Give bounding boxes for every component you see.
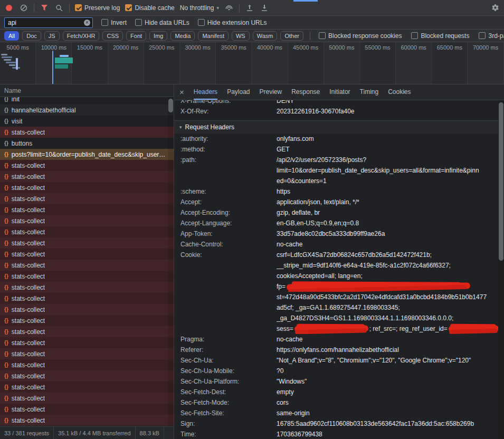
hide-data-urls-checkbox[interactable]: Hide data URLs [135,19,189,26]
request-row-stats-collect[interactable]: {}stats-collect [0,182,174,193]
request-row-hannahelizabethofficial[interactable]: {}hannahelizabethofficial [0,104,174,116]
filter-type-img[interactable]: Img [149,31,167,41]
filter-type-all[interactable]: All [4,31,19,41]
request-name: stats-collect [12,350,45,358]
request-row-stats-collect[interactable]: {}stats-collect [0,337,174,348]
request-row-stats-collect[interactable]: {}stats-collect [0,359,174,370]
request-list-scrollbar[interactable] [168,97,174,426]
search-button[interactable] [54,3,64,13]
request-row-stats-collect[interactable]: {}stats-collect [0,249,174,260]
timeline-overview[interactable]: 5000 ms10000 ms15000 ms20000 ms25000 ms3… [0,42,504,84]
request-row-stats-collect[interactable]: {}stats-collect [0,326,174,337]
request-row-stats-collect[interactable]: {}stats-collect [0,348,174,359]
header-value-text: same-origin [277,409,310,417]
request-row-visit[interactable]: {}visit [0,116,174,127]
name-column-header[interactable]: Name [0,84,174,97]
filter-input[interactable] [4,17,93,28]
request-type-filters: AllDocJSFetch/XHRCSSFontImgMediaManifest… [0,30,504,42]
request-name: stats-collect [12,162,45,169]
clear-filter-icon[interactable]: × [84,20,90,26]
request-row-init[interactable]: {}init [0,97,174,104]
request-row-stats-collect[interactable]: {}stats-collect [0,127,174,138]
details-scrollbar[interactable] [498,100,504,439]
request-row-stats-collect[interactable]: {}stats-collect [0,315,174,326]
clear-button[interactable] [19,3,28,13]
export-har-button[interactable] [260,3,269,13]
hide-extension-urls-checkbox[interactable]: Hide extension URLs [198,19,267,26]
checkbox-box [125,4,132,11]
filter-type-font[interactable]: Font [126,31,146,41]
header-value: en-GB,en-US;q=0.9,en;q=0.8 [277,218,498,228]
request-row-stats-collect[interactable]: {}stats-collect [0,282,174,293]
disable-cache-checkbox[interactable]: Disable cache [125,4,174,12]
throttling-select[interactable]: No throttling ▾ [180,4,219,12]
close-details-icon[interactable]: × [179,88,184,96]
tab-response[interactable]: Response [291,84,320,100]
request-row-buttons[interactable]: {}buttons [0,138,174,149]
script-icon: {} [4,273,8,279]
request-row-stats-collect[interactable]: {}stats-collect [0,260,174,271]
header-row-time: Time:1703636799438 [174,429,498,439]
filter-toggle-button[interactable] [40,3,49,13]
tab-timing[interactable]: Timing [360,84,379,100]
filter-type-other[interactable]: Other [280,31,303,41]
header-row-scheme: :scheme:https [174,186,498,197]
request-row-stats-collect[interactable]: {}stats-collect [0,304,174,315]
request-row-stats-collect[interactable]: {}stats-collect [0,193,174,204]
request-row-stats-collect[interactable]: {}stats-collect [0,215,174,226]
invert-checkbox[interactable]: Invert [101,19,127,26]
script-icon: {} [4,151,8,157]
transferred-size: 35.1 kB / 4.4 MB transferred [54,427,136,439]
filter-type-manifest[interactable]: Manifest [198,31,229,41]
settings-button[interactable] [490,3,500,13]
network-conditions-button[interactable] [224,3,234,13]
import-har-button[interactable] [245,3,254,13]
checkbox-blocked-response-cookies[interactable]: Blocked response cookies [319,32,402,40]
redaction-scribble [449,326,498,332]
request-row-stats-collect[interactable]: {}stats-collect [0,370,174,381]
request-row-stats-collect[interactable]: {}stats-collect [0,171,174,182]
filter-type-ws[interactable]: WS [232,31,250,41]
script-icon: {} [4,384,8,390]
request-row-posts-limit-10-order-publish-date-desc-s[interactable]: {}posts?limit=10&order=publish_date_desc… [0,149,174,160]
preserve-log-checkbox[interactable]: Preserve log [75,4,120,12]
filter-type-doc[interactable]: Doc [22,31,41,41]
request-name: init [12,97,20,103]
request-row-stats-collect[interactable]: {}stats-collect [0,160,174,171]
tab-preview[interactable]: Preview [260,84,282,100]
request-row-stats-collect[interactable]: {}stats-collect [0,271,174,282]
request-row-stats-collect[interactable]: {}stats-collect [0,393,174,404]
filter-type-media[interactable]: Media [170,31,195,41]
checkbox-3rd-party-requests[interactable]: 3rd-party requests [479,32,504,40]
filter-type-css[interactable]: CSS [102,31,123,41]
request-headers-section-header[interactable]: ▾ Request Headers [174,120,498,133]
filter-type-wasm[interactable]: Wasm [253,31,278,41]
tab-cookies[interactable]: Cookies [388,84,411,100]
filter-type-js[interactable]: JS [44,31,60,41]
scrollbar-thumb[interactable] [168,99,173,112]
header-row-cookie: Cookie:csrf=LdfcGX4Sa72db06824c657db26a5… [174,250,498,334]
header-row-app-token: App-Token:33d57ade8c02dbc5a333db99ff9ae2… [174,228,498,239]
request-row-stats-collect[interactable]: {}stats-collect [0,415,174,426]
checkbox-box [135,19,142,26]
header-value-text: en-GB,en-US;q=0.9,en;q=0.8 [277,219,359,227]
checkbox-blocked-requests[interactable]: Blocked requests [411,32,469,40]
tab-headers[interactable]: Headers [194,84,217,100]
filter-type-fetch-xhr[interactable]: Fetch/XHR [63,31,100,41]
toolbar-divider [34,4,34,12]
scrollbar-thumb[interactable] [499,102,503,261]
request-row-stats-collect[interactable]: {}stats-collect [0,293,174,304]
tab-initiator[interactable]: Initiator [329,84,350,100]
request-row-stats-collect[interactable]: {}stats-collect [0,237,174,249]
request-row-stats-collect[interactable]: {}stats-collect [0,404,174,415]
header-row-sec-ch-ua-mobile: Sec-Ch-Ua-Mobile:?0 [174,366,498,376]
gear-icon [491,4,499,12]
tab-payload[interactable]: Payload [227,84,250,100]
request-row-stats-collect[interactable]: {}stats-collect [0,226,174,237]
record-button[interactable] [4,3,14,13]
request-row-stats-collect[interactable]: {}stats-collect [0,381,174,393]
header-value-text: /api2/v2/users/20572336/posts? [277,156,366,164]
request-name: stats-collect [12,206,45,214]
request-row-stats-collect[interactable]: {}stats-collect [0,204,174,215]
timeline-tick-label: 40000 ms [257,44,282,51]
